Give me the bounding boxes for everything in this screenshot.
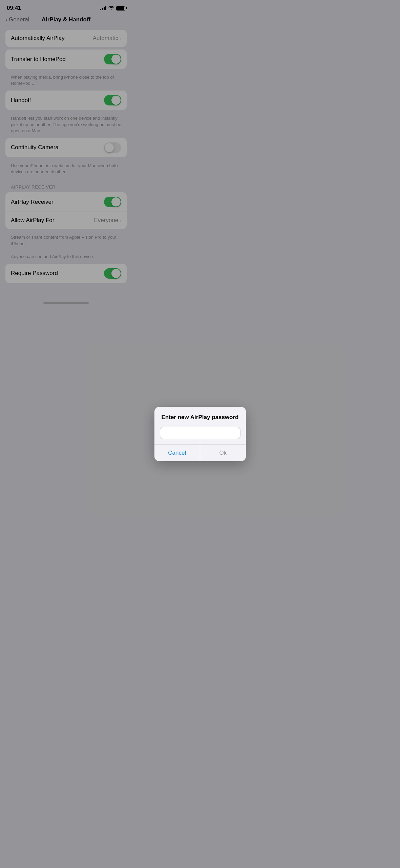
page-wrapper: 09:41 ‹ General AirPlay & Handoff [0, 0, 132, 307]
modal-overlay[interactable]: Enter new AirPlay password Cancel Ok [0, 0, 132, 307]
